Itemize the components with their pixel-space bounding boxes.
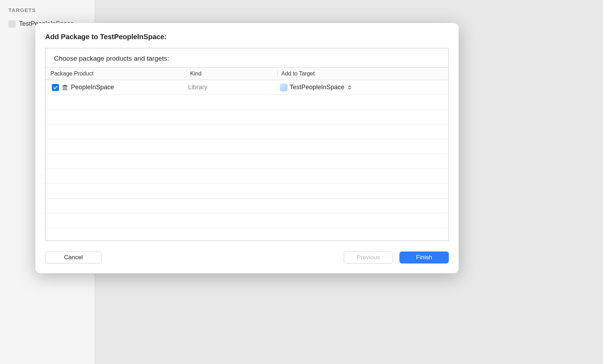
table-row-empty bbox=[46, 110, 448, 125]
kind-cell: Library bbox=[187, 84, 278, 91]
table-body: PeopleInSpace Library TestPeopleInSpace bbox=[46, 80, 448, 241]
table-row-empty bbox=[46, 184, 448, 199]
table-row-empty bbox=[46, 125, 448, 139]
app-icon bbox=[280, 84, 288, 91]
table-row-empty bbox=[46, 213, 448, 228]
previous-button: Previous bbox=[344, 251, 393, 263]
table-row-empty bbox=[46, 169, 448, 184]
target-name: TestPeopleInSpace bbox=[290, 84, 344, 91]
table-row-empty bbox=[46, 154, 448, 169]
finish-button[interactable]: Finish bbox=[399, 251, 449, 263]
modal-title: Add Package to TestPeopleInSpace: bbox=[45, 33, 449, 41]
product-cell: PeopleInSpace bbox=[46, 84, 187, 91]
modal-content-frame: Choose package products and targets: Pac… bbox=[45, 48, 449, 241]
table-header-row: Package Product Kind Add to Target bbox=[46, 67, 448, 80]
products-table: Package Product Kind Add to Target bbox=[46, 67, 448, 241]
table-row-empty bbox=[46, 139, 448, 154]
table-row-empty bbox=[46, 95, 448, 110]
button-row-right: Previous Finish bbox=[344, 251, 449, 263]
product-checkbox[interactable] bbox=[52, 84, 59, 91]
targets-header: TARGETS bbox=[0, 0, 95, 17]
app-icon bbox=[8, 20, 16, 28]
add-package-modal: Add Package to TestPeopleInSpace: Choose… bbox=[35, 23, 459, 273]
table-row-empty bbox=[46, 199, 448, 213]
target-cell[interactable]: TestPeopleInSpace bbox=[278, 84, 448, 91]
table-row[interactable]: PeopleInSpace Library TestPeopleInSpace bbox=[46, 80, 448, 95]
dropdown-arrows-icon bbox=[347, 84, 352, 91]
column-header-kind[interactable]: Kind bbox=[187, 71, 278, 77]
checkmark-icon bbox=[53, 85, 58, 90]
product-name: PeopleInSpace bbox=[71, 84, 114, 91]
modal-subtitle: Choose package products and targets: bbox=[46, 55, 448, 67]
modal-button-row: Cancel Previous Finish bbox=[45, 251, 449, 263]
column-header-product[interactable]: Package Product bbox=[46, 71, 187, 77]
cancel-button[interactable]: Cancel bbox=[45, 251, 102, 263]
column-header-target[interactable]: Add to Target bbox=[278, 71, 448, 77]
library-icon bbox=[61, 84, 69, 91]
